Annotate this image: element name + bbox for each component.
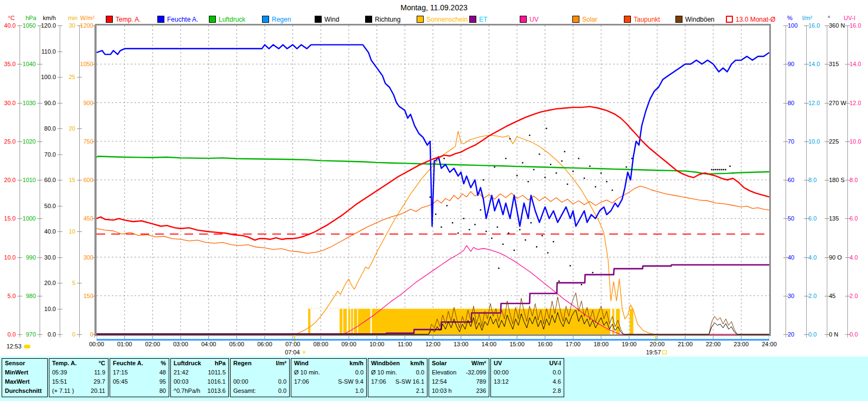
- table-cell-value: 1013.6: [207, 386, 226, 396]
- legend-swatch-icon: [365, 16, 372, 23]
- table-cell-value: 4.6: [553, 377, 561, 386]
- table-sensor-column: SensorMinWertMaxWertDurchschnitt: [2, 358, 48, 397]
- table-group-name: Regen: [233, 359, 252, 368]
- axis-unit-wm2: W/m²: [71, 15, 104, 21]
- sunrise-label: 07:04 ☀: [285, 349, 307, 355]
- table-cell-time: 13:12: [494, 377, 509, 386]
- axis-tick-label: 0: [52, 332, 93, 338]
- table-group-uv: UVUV-I00:000.013:124.62.8: [490, 358, 564, 397]
- legend-item-temp-a-: Temp. A.: [106, 16, 141, 23]
- legend-item-feuchte-a-: Feuchte A.: [157, 16, 198, 23]
- axis-tick-label: 50.0: [15, 203, 56, 209]
- table-cell-time: Ø 10 min.: [371, 368, 397, 377]
- table-cell-time: 00:00: [494, 368, 509, 377]
- series-richtung-dot: [441, 227, 442, 228]
- series-richtung-dot: [519, 229, 520, 230]
- x-tick-label: 05:00: [225, 341, 248, 347]
- series-sonnenschein: [354, 309, 357, 334]
- series-richtung-dot: [509, 138, 510, 139]
- series-richtung-dot: [601, 172, 602, 173]
- table-row: 17:1548: [110, 368, 169, 377]
- table-cell-value: -32.099: [466, 368, 486, 377]
- legend-label: 13.0 Monat-Ø: [736, 16, 775, 23]
- axis-unit-uvi: UV-I: [833, 15, 866, 21]
- table-group-feuchte-a-: Feuchte A.%17:154805:459580: [110, 358, 169, 397]
- axis-tick-label: 225: [829, 139, 839, 145]
- series-sonnenschein: [351, 309, 353, 334]
- table-cell-value: 1011.5: [208, 368, 226, 377]
- legend-label: Luftdruck: [219, 16, 245, 23]
- x-tick-label: 24:00: [757, 341, 781, 347]
- table-row: 21:421011.5: [171, 368, 228, 377]
- axis-tick-label: 2.0: [808, 293, 816, 299]
- series-richtung-dot: [536, 246, 537, 247]
- table-group-name: UV: [494, 359, 502, 368]
- series-richtung-dot: [578, 158, 579, 159]
- legend-swatch-icon: [624, 16, 631, 23]
- table-cell-value: 0.0: [553, 368, 561, 377]
- axis-tick: [58, 206, 62, 206]
- series-richtung-dot: [505, 158, 506, 159]
- series-richtung-dot: [474, 224, 475, 225]
- legend-swatch-icon: [315, 16, 322, 23]
- x-tick-label: 09:00: [337, 341, 361, 347]
- axis-tick-label: 0 N: [829, 332, 838, 338]
- table-group-unit: %: [161, 359, 166, 368]
- table-cell-time: 17:06: [294, 377, 309, 386]
- legend-label: Temp. A.: [116, 16, 141, 23]
- table-group-wind: Windkm/hØ 10 min.0.017:06S-SW 9.41.0: [291, 358, 367, 397]
- axis-tick-label: 135: [829, 216, 839, 222]
- x-tick-label: 15:00: [505, 341, 529, 347]
- axis-tick-label: 110.0: [15, 49, 56, 55]
- table-group-regen: Regenl/m²00:000.0Gesamt:0.0: [230, 358, 290, 397]
- axis-line-deg: [827, 25, 827, 338]
- series-richtung-dot: [486, 231, 487, 232]
- table-group-windb-en: Windböenkm/hØ 10 min.0.017:06S-SW 16.12.…: [368, 358, 427, 397]
- sunset-label: 19:57: [646, 349, 667, 355]
- axis-tick-label: 10: [34, 229, 75, 235]
- series-richtung-dot: [497, 227, 498, 228]
- series-richtung-dot: [611, 190, 612, 191]
- axis-tick-label: 90 O: [829, 255, 842, 261]
- sunshine-duration-icon: [24, 345, 30, 348]
- axis-tick-label: 10.0: [850, 139, 861, 145]
- axis-tick-label: 10.0: [15, 306, 56, 312]
- table-group-header: LuftdruckhPa: [171, 359, 228, 368]
- table-cell-value: 95: [159, 377, 166, 386]
- x-tick-label: 00:00: [85, 341, 108, 347]
- sunset-icon: [662, 350, 667, 354]
- table-group-unit: W/m²: [471, 359, 486, 368]
- legend-label: Taupunkt: [634, 16, 660, 23]
- series-richtung-dot: [446, 205, 448, 206]
- axis-tick: [37, 218, 42, 219]
- x-tick-label: 13:00: [449, 341, 473, 347]
- table-group-name: Temp. A.: [52, 359, 76, 368]
- series-richtung-dot: [553, 241, 554, 242]
- table-cell-value: 1016.1: [207, 377, 226, 386]
- series-richtung-dot: [725, 169, 726, 170]
- table-row-label: MaxWert: [2, 377, 47, 386]
- table-row: 00:031016.1: [171, 377, 228, 386]
- table-cell-value: 789: [476, 377, 486, 386]
- series-sonnenschein: [343, 309, 347, 334]
- series-richtung-dot: [715, 169, 716, 170]
- page-title: Montag, 11.09.2023: [0, 3, 868, 12]
- series-richtung-dot: [570, 265, 571, 266]
- series-richtung-dot: [531, 222, 532, 223]
- table-cell-time: 05:45: [113, 377, 128, 386]
- series-sonnenschein: [630, 309, 634, 334]
- legend-label: UV: [529, 16, 539, 23]
- table-cell-time: 17:15: [113, 368, 128, 377]
- sunrise-time: 07:04: [285, 349, 300, 355]
- series-richtung-dot: [547, 252, 548, 253]
- series-richtung-dot: [443, 158, 444, 159]
- series-richtung-dot: [572, 171, 573, 172]
- axis-tick-label: 1040: [0, 61, 36, 67]
- table-group-unit: km/h: [349, 359, 363, 368]
- x-tick-label: 03:00: [169, 341, 193, 347]
- series-richtung-dot: [463, 218, 464, 219]
- axis-tick: [58, 309, 62, 309]
- axis-tick-label: 0.0: [850, 332, 858, 338]
- axis-tick-label: 980: [0, 293, 36, 299]
- day-length-value: 12:53: [7, 343, 22, 350]
